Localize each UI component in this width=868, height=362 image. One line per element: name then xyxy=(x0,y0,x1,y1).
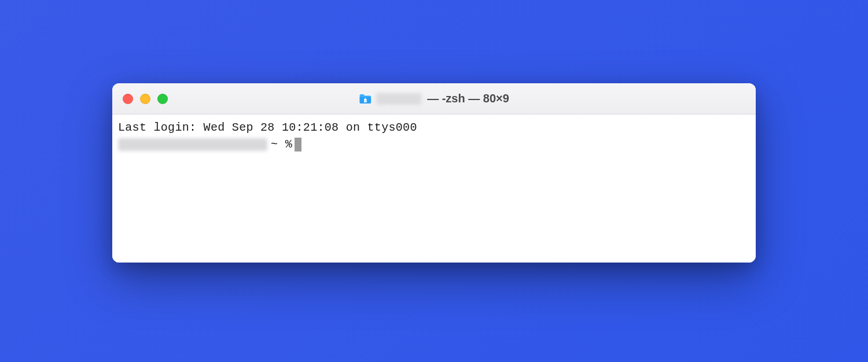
folder-icon xyxy=(359,94,372,104)
cursor-icon[interactable] xyxy=(295,138,301,152)
close-button[interactable] xyxy=(123,94,133,104)
svg-rect-1 xyxy=(365,98,366,99)
traffic-lights xyxy=(123,94,168,104)
prompt-user-host-redacted xyxy=(118,138,267,151)
prompt-line: ~ % xyxy=(118,136,750,153)
terminal-window: — -zsh — 80×9 Last login: Wed Sep 28 10:… xyxy=(112,83,756,263)
window-title-text: — -zsh — 80×9 xyxy=(427,92,509,105)
window-title: — -zsh — 80×9 xyxy=(359,92,509,105)
terminal-body[interactable]: Last login: Wed Sep 28 10:21:08 on ttys0… xyxy=(112,114,756,263)
maximize-button[interactable] xyxy=(157,94,168,104)
prompt-separator xyxy=(278,136,285,153)
window-titlebar[interactable]: — -zsh — 80×9 xyxy=(112,83,756,114)
window-title-redacted xyxy=(376,93,421,105)
prompt-symbol: % xyxy=(285,136,292,153)
last-login-line: Last login: Wed Sep 28 10:21:08 on ttys0… xyxy=(118,119,750,136)
minimize-button[interactable] xyxy=(140,94,150,104)
prompt-path: ~ xyxy=(271,136,278,153)
